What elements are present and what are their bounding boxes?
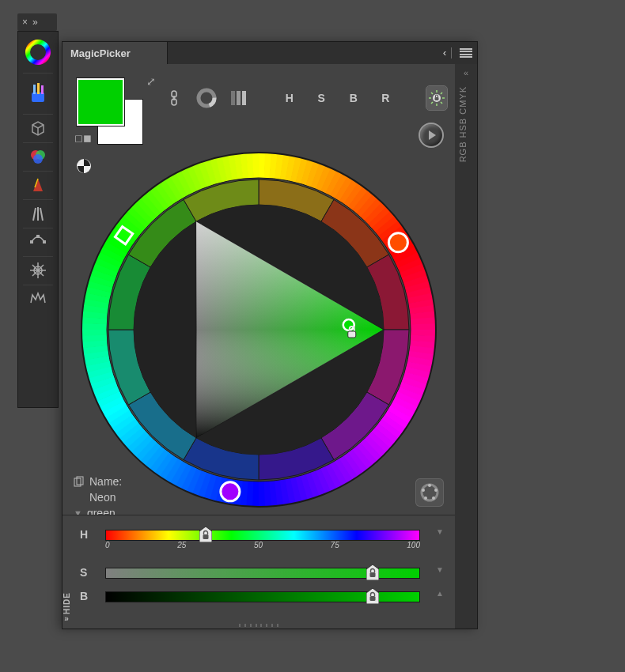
dock-magicpicker[interactable] bbox=[18, 32, 58, 73]
h-label: H bbox=[80, 528, 97, 541]
link-button[interactable] bbox=[164, 86, 185, 110]
schemes-button[interactable] bbox=[415, 478, 444, 507]
sat-thumb[interactable] bbox=[366, 564, 379, 580]
svg-rect-3 bbox=[37, 83, 40, 94]
dock-pen-nodes[interactable] bbox=[18, 228, 58, 256]
svg-rect-2 bbox=[33, 85, 36, 94]
close-icon[interactable]: × bbox=[22, 17, 28, 27]
b-mode-button[interactable]: B bbox=[343, 86, 365, 110]
svg-rect-29 bbox=[231, 91, 235, 105]
color-name-value-1: Neon bbox=[89, 489, 116, 505]
bri-slider-row: B ▲ bbox=[80, 587, 420, 606]
svg-rect-4 bbox=[41, 85, 44, 94]
pen-nodes-icon bbox=[28, 233, 47, 251]
svg-rect-48 bbox=[348, 331, 356, 338]
magicpicker-panel: MagicPicker ‹‹ « RGB HSB CMYK ⤢ ◻◼ bbox=[62, 41, 478, 629]
svg-rect-30 bbox=[237, 91, 241, 105]
tick-25: 25 bbox=[177, 541, 186, 549]
dock-metronome[interactable] bbox=[18, 171, 58, 199]
metronome-icon bbox=[29, 176, 47, 194]
hide-sliders-label[interactable]: HIDE bbox=[62, 592, 71, 621]
svg-line-38 bbox=[441, 92, 442, 94]
svg-point-55 bbox=[424, 496, 427, 500]
dock-crown[interactable] bbox=[18, 285, 58, 313]
history-button[interactable] bbox=[419, 123, 444, 148]
s-label: S bbox=[80, 566, 97, 579]
expand-icon[interactable]: » bbox=[32, 17, 38, 27]
swap-colors-icon[interactable]: ⤢ bbox=[146, 75, 156, 88]
svg-rect-31 bbox=[242, 91, 246, 105]
svg-line-36 bbox=[431, 92, 433, 94]
svg-line-37 bbox=[441, 102, 442, 104]
dock-shipwheel[interactable] bbox=[18, 256, 58, 285]
svg-rect-58 bbox=[203, 534, 209, 539]
svg-rect-62 bbox=[370, 596, 376, 601]
rail-collapse-icon[interactable]: « bbox=[455, 64, 477, 81]
dock-rgb-venn[interactable] bbox=[18, 142, 58, 171]
color-wheel[interactable] bbox=[77, 148, 441, 512]
hue-lock-button[interactable] bbox=[426, 86, 448, 110]
default-colors-icon[interactable]: ◻◼ bbox=[74, 132, 92, 144]
svg-marker-10 bbox=[33, 179, 43, 191]
box-3d-icon bbox=[29, 119, 47, 137]
s-mode-button[interactable]: S bbox=[311, 86, 332, 110]
rail-label: RGB HSB CMYK bbox=[458, 86, 480, 162]
svg-point-47 bbox=[343, 319, 354, 330]
panel-menu-icon[interactable] bbox=[460, 48, 472, 58]
color-name-label: Name: bbox=[89, 474, 122, 489]
bri-slider[interactable] bbox=[105, 589, 420, 603]
panel-tab[interactable]: MagicPicker bbox=[62, 42, 168, 64]
bri-thumb[interactable] bbox=[366, 588, 379, 604]
svg-point-9 bbox=[33, 154, 43, 164]
ring-mode-button[interactable] bbox=[196, 86, 218, 110]
sat-slider-row: S ▼ bbox=[80, 563, 420, 582]
svg-line-39 bbox=[431, 102, 433, 104]
bars-mode-button[interactable] bbox=[228, 86, 249, 110]
crown-icon bbox=[29, 290, 47, 308]
tick-50: 50 bbox=[254, 541, 263, 549]
r-mode-button[interactable]: R bbox=[375, 86, 396, 110]
dock-tab-strip: × » bbox=[17, 13, 57, 31]
svg-point-0 bbox=[28, 42, 48, 62]
dock-brushes[interactable] bbox=[18, 199, 58, 228]
panel-body: ⤢ ◻◼ H S B R bbox=[62, 64, 455, 629]
separator bbox=[451, 47, 452, 59]
tick-0: 0 bbox=[105, 541, 110, 549]
slider-ticks: 0 25 50 75 100 bbox=[105, 541, 420, 549]
ship-wheel-icon bbox=[29, 262, 47, 279]
resize-grip[interactable] bbox=[239, 624, 278, 627]
left-dock bbox=[17, 31, 59, 408]
dock-brushcup[interactable] bbox=[18, 73, 58, 114]
h-expand-icon[interactable]: ▼ bbox=[436, 527, 444, 536]
s-expand-icon[interactable]: ▼ bbox=[436, 565, 444, 574]
dock-3dbox[interactable] bbox=[18, 114, 58, 142]
panel-tab-controls: ‹‹ bbox=[443, 42, 472, 64]
hue-slider[interactable] bbox=[105, 527, 420, 542]
magicpicker-ring-icon bbox=[25, 39, 51, 66]
brushes-icon bbox=[29, 205, 47, 222]
svg-line-14 bbox=[40, 208, 43, 221]
svg-point-52 bbox=[428, 484, 431, 487]
mode-toolbar: H S B R bbox=[164, 84, 447, 112]
svg-point-54 bbox=[432, 496, 435, 500]
brush-cup-icon bbox=[26, 81, 50, 105]
tick-75: 75 bbox=[331, 541, 339, 549]
sliders-panel: HIDE H ▼ 0 25 50 75 100 S bbox=[62, 515, 455, 629]
rgb-venn-icon bbox=[28, 147, 47, 166]
color-space-rail[interactable]: « RGB HSB CMYK bbox=[454, 64, 477, 629]
b-label: B bbox=[80, 590, 97, 602]
copy-icon[interactable] bbox=[74, 476, 85, 487]
svg-rect-60 bbox=[370, 572, 376, 577]
svg-line-12 bbox=[33, 208, 36, 221]
h-mode-button[interactable]: H bbox=[279, 86, 301, 110]
svg-rect-41 bbox=[434, 97, 438, 100]
scheme-marker-violet[interactable] bbox=[221, 482, 240, 501]
scheme-marker-orange[interactable] bbox=[388, 233, 407, 252]
b-expand-icon[interactable]: ▲ bbox=[436, 589, 444, 598]
color-name-block: Name: Neon ▼ green bbox=[74, 474, 122, 521]
sat-slider[interactable] bbox=[105, 565, 420, 580]
svg-point-56 bbox=[422, 489, 425, 492]
foreground-swatch[interactable] bbox=[77, 78, 124, 126]
hue-thumb[interactable] bbox=[199, 527, 212, 542]
panel-title: MagicPicker bbox=[70, 47, 131, 59]
